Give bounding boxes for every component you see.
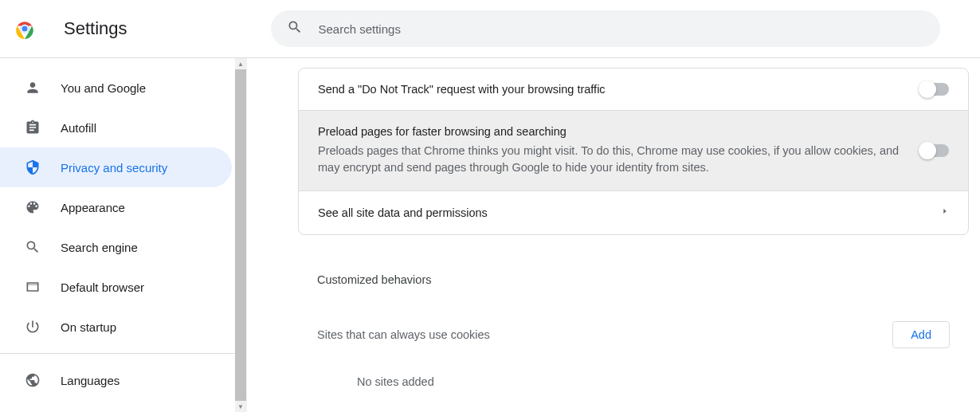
shield-icon xyxy=(24,159,41,176)
add-button[interactable]: Add xyxy=(892,321,950,348)
globe-icon xyxy=(24,371,41,389)
sidebar-item-privacy[interactable]: Privacy and security xyxy=(0,147,232,187)
sidebar-item-label: Privacy and security xyxy=(61,161,167,175)
nav-divider xyxy=(0,353,246,354)
row-title: Preload pages for faster browsing and se… xyxy=(318,125,901,138)
settings-card: Send a "Do Not Track" request with your … xyxy=(298,68,969,235)
sidebar-scrollbar[interactable]: ▲ ▼ xyxy=(235,58,246,412)
sidebar-item-label: On startup xyxy=(61,320,116,334)
row-title: Send a "Do Not Track" request with your … xyxy=(318,83,901,96)
sidebar-item-you[interactable]: You and Google xyxy=(0,68,232,108)
sidebar-item-label: Autofill xyxy=(61,121,96,135)
header-bar: Settings xyxy=(0,0,980,58)
sidebar-item-label: Appearance xyxy=(61,201,125,214)
toggle-switch[interactable] xyxy=(920,83,949,96)
setting-row[interactable]: See all site data and permissions xyxy=(299,190,968,234)
person-icon xyxy=(24,79,41,96)
sidebar-item-label: Search engine xyxy=(61,241,138,254)
search-icon xyxy=(24,238,41,256)
chevron-right-icon xyxy=(941,206,949,220)
search-input[interactable] xyxy=(319,22,924,36)
sidebar-item-autofill[interactable]: Autofill xyxy=(0,108,232,147)
sidebar-item-lang[interactable]: Languages xyxy=(0,360,232,400)
sidebar-item-label: Default browser xyxy=(61,281,144,294)
sites-row: Sites that can always use cookies Add xyxy=(298,321,969,348)
browser-icon xyxy=(24,278,41,296)
sidebar-item-label: You and Google xyxy=(61,81,146,95)
row-text: See all site data and permissions xyxy=(318,206,935,219)
search-icon xyxy=(287,19,319,38)
row-text: Preload pages for faster browsing and se… xyxy=(318,125,920,176)
sidebar-item-search[interactable]: Search engine xyxy=(0,227,232,267)
palette-icon xyxy=(24,198,41,216)
no-sites-text: No sites added xyxy=(357,375,969,388)
row-description: Preloads pages that Chrome thinks you mi… xyxy=(318,143,901,176)
page-title: Settings xyxy=(64,18,127,39)
chrome-logo-icon xyxy=(14,18,35,39)
sidebar-item-appear[interactable]: Appearance xyxy=(0,187,232,227)
toggle-switch[interactable] xyxy=(920,144,949,157)
sidebar-item-default[interactable]: Default browser xyxy=(0,267,232,307)
section-title: Customized behaviors xyxy=(317,273,969,286)
scroll-up-icon[interactable]: ▲ xyxy=(235,58,246,69)
row-text: Send a "Do Not Track" request with your … xyxy=(318,83,920,96)
setting-row: Send a "Do Not Track" request with your … xyxy=(299,69,968,110)
setting-row: Preload pages for faster browsing and se… xyxy=(299,110,968,190)
power-icon xyxy=(24,318,41,335)
row-title: See all site data and permissions xyxy=(318,206,915,219)
scroll-thumb[interactable] xyxy=(235,69,246,401)
content-area: Send a "Do Not Track" request with your … xyxy=(247,58,980,412)
sidebar: You and GoogleAutofillPrivacy and securi… xyxy=(0,58,247,412)
search-box[interactable] xyxy=(271,10,940,47)
sites-label: Sites that can always use cookies xyxy=(317,328,490,341)
scroll-down-icon[interactable]: ▼ xyxy=(235,401,246,412)
sidebar-item-label: Languages xyxy=(61,374,120,387)
clipboard-icon xyxy=(24,119,41,136)
sidebar-item-startup[interactable]: On startup xyxy=(0,307,232,347)
